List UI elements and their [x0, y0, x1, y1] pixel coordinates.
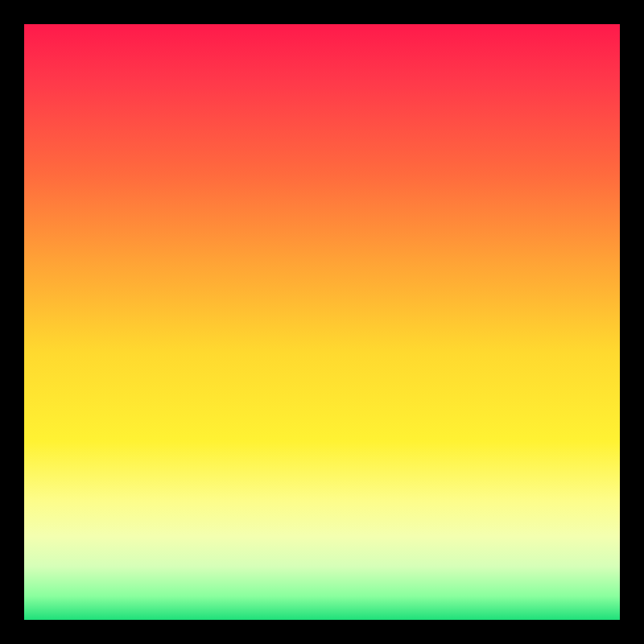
- chart-canvas: [0, 0, 644, 644]
- curve-layer: [24, 24, 620, 620]
- plot-area: [24, 24, 620, 620]
